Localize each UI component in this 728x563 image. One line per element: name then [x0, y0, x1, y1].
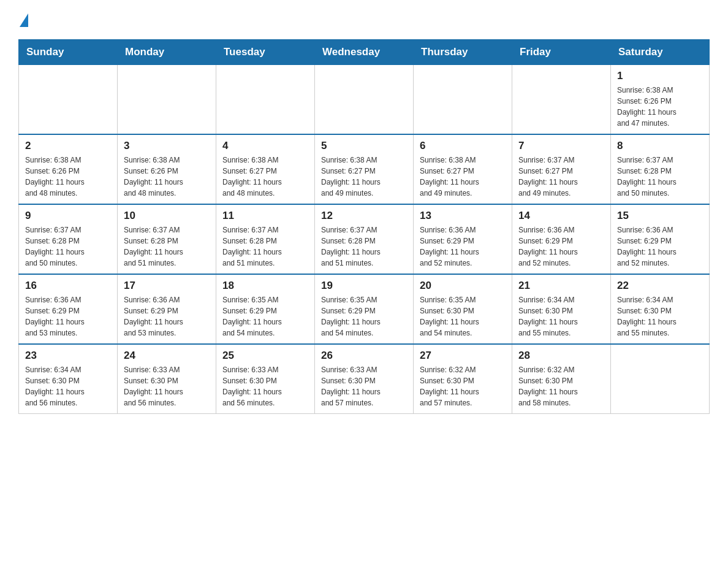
day-number: 23 — [25, 350, 111, 362]
day-info: Sunrise: 6:37 AM Sunset: 6:28 PM Dayligh… — [617, 155, 703, 199]
day-number: 9 — [25, 210, 111, 222]
calendar-cell: 13Sunrise: 6:36 AM Sunset: 6:29 PM Dayli… — [414, 204, 512, 274]
day-info: Sunrise: 6:38 AM Sunset: 6:27 PM Dayligh… — [420, 155, 506, 199]
day-number: 12 — [321, 210, 407, 222]
calendar-cell: 23Sunrise: 6:34 AM Sunset: 6:30 PM Dayli… — [19, 344, 118, 414]
day-number: 3 — [124, 140, 210, 152]
week-row-4: 16Sunrise: 6:36 AM Sunset: 6:29 PM Dayli… — [19, 274, 710, 344]
calendar-cell: 14Sunrise: 6:36 AM Sunset: 6:29 PM Dayli… — [512, 204, 611, 274]
day-info: Sunrise: 6:36 AM Sunset: 6:29 PM Dayligh… — [25, 294, 111, 339]
day-info: Sunrise: 6:33 AM Sunset: 6:30 PM Dayligh… — [124, 364, 210, 408]
day-info: Sunrise: 6:38 AM Sunset: 6:27 PM Dayligh… — [321, 155, 407, 199]
page-header — [18, 12, 710, 27]
calendar-cell — [315, 65, 414, 135]
day-number: 28 — [518, 350, 604, 362]
calendar-cell: 5Sunrise: 6:38 AM Sunset: 6:27 PM Daylig… — [315, 134, 414, 204]
day-info: Sunrise: 6:38 AM Sunset: 6:26 PM Dayligh… — [617, 85, 703, 129]
calendar-cell: 22Sunrise: 6:34 AM Sunset: 6:30 PM Dayli… — [611, 274, 710, 344]
day-number: 25 — [222, 350, 308, 362]
day-info: Sunrise: 6:33 AM Sunset: 6:30 PM Dayligh… — [321, 364, 407, 408]
calendar-cell: 7Sunrise: 6:37 AM Sunset: 6:27 PM Daylig… — [512, 134, 611, 204]
calendar-cell: 11Sunrise: 6:37 AM Sunset: 6:28 PM Dayli… — [216, 204, 315, 274]
calendar-cell: 2Sunrise: 6:38 AM Sunset: 6:26 PM Daylig… — [19, 134, 118, 204]
calendar-cell — [512, 65, 611, 135]
week-row-1: 1Sunrise: 6:38 AM Sunset: 6:26 PM Daylig… — [19, 65, 710, 135]
calendar-cell — [414, 65, 512, 135]
calendar-cell: 3Sunrise: 6:38 AM Sunset: 6:26 PM Daylig… — [118, 134, 216, 204]
day-number: 27 — [420, 350, 506, 362]
day-number: 26 — [321, 350, 407, 362]
weekday-header-wednesday: Wednesday — [315, 40, 414, 65]
day-number: 17 — [124, 280, 210, 292]
day-number: 14 — [518, 210, 604, 222]
weekday-header-friday: Friday — [512, 40, 611, 65]
weekday-header-tuesday: Tuesday — [216, 40, 315, 65]
calendar-cell: 28Sunrise: 6:32 AM Sunset: 6:30 PM Dayli… — [512, 344, 611, 414]
week-row-3: 9Sunrise: 6:37 AM Sunset: 6:28 PM Daylig… — [19, 204, 710, 274]
calendar-cell: 21Sunrise: 6:34 AM Sunset: 6:30 PM Dayli… — [512, 274, 611, 344]
day-info: Sunrise: 6:34 AM Sunset: 6:30 PM Dayligh… — [518, 294, 604, 339]
day-info: Sunrise: 6:35 AM Sunset: 6:30 PM Dayligh… — [420, 294, 506, 339]
logo-triangle-icon — [20, 13, 28, 27]
day-info: Sunrise: 6:35 AM Sunset: 6:29 PM Dayligh… — [321, 294, 407, 339]
calendar-cell: 24Sunrise: 6:33 AM Sunset: 6:30 PM Dayli… — [118, 344, 216, 414]
day-info: Sunrise: 6:37 AM Sunset: 6:27 PM Dayligh… — [518, 155, 604, 199]
day-info: Sunrise: 6:36 AM Sunset: 6:29 PM Dayligh… — [617, 224, 703, 269]
weekday-header-monday: Monday — [118, 40, 216, 65]
day-info: Sunrise: 6:37 AM Sunset: 6:28 PM Dayligh… — [222, 224, 308, 269]
day-info: Sunrise: 6:36 AM Sunset: 6:29 PM Dayligh… — [420, 224, 506, 269]
day-number: 6 — [420, 140, 506, 152]
day-number: 11 — [222, 210, 308, 222]
day-number: 5 — [321, 140, 407, 152]
calendar-cell — [611, 344, 710, 414]
day-number: 4 — [222, 140, 308, 152]
day-info: Sunrise: 6:37 AM Sunset: 6:28 PM Dayligh… — [25, 224, 111, 269]
calendar-table: SundayMondayTuesdayWednesdayThursdayFrid… — [18, 39, 710, 414]
calendar-cell: 20Sunrise: 6:35 AM Sunset: 6:30 PM Dayli… — [414, 274, 512, 344]
calendar-cell: 18Sunrise: 6:35 AM Sunset: 6:29 PM Dayli… — [216, 274, 315, 344]
calendar-cell: 25Sunrise: 6:33 AM Sunset: 6:30 PM Dayli… — [216, 344, 315, 414]
day-info: Sunrise: 6:37 AM Sunset: 6:28 PM Dayligh… — [321, 224, 407, 269]
day-info: Sunrise: 6:36 AM Sunset: 6:29 PM Dayligh… — [518, 224, 604, 269]
day-number: 19 — [321, 280, 407, 292]
calendar-cell: 4Sunrise: 6:38 AM Sunset: 6:27 PM Daylig… — [216, 134, 315, 204]
day-info: Sunrise: 6:37 AM Sunset: 6:28 PM Dayligh… — [124, 224, 210, 269]
calendar-cell — [118, 65, 216, 135]
day-info: Sunrise: 6:33 AM Sunset: 6:30 PM Dayligh… — [222, 364, 308, 408]
day-info: Sunrise: 6:38 AM Sunset: 6:26 PM Dayligh… — [25, 155, 111, 199]
calendar-cell: 16Sunrise: 6:36 AM Sunset: 6:29 PM Dayli… — [19, 274, 118, 344]
weekday-header-thursday: Thursday — [414, 40, 512, 65]
day-info: Sunrise: 6:32 AM Sunset: 6:30 PM Dayligh… — [420, 364, 506, 408]
week-row-5: 23Sunrise: 6:34 AM Sunset: 6:30 PM Dayli… — [19, 344, 710, 414]
week-row-2: 2Sunrise: 6:38 AM Sunset: 6:26 PM Daylig… — [19, 134, 710, 204]
day-number: 15 — [617, 210, 703, 222]
calendar-cell: 10Sunrise: 6:37 AM Sunset: 6:28 PM Dayli… — [118, 204, 216, 274]
calendar-cell — [216, 65, 315, 135]
day-info: Sunrise: 6:32 AM Sunset: 6:30 PM Dayligh… — [518, 364, 604, 408]
calendar-cell: 6Sunrise: 6:38 AM Sunset: 6:27 PM Daylig… — [414, 134, 512, 204]
day-number: 16 — [25, 280, 111, 292]
calendar-cell: 19Sunrise: 6:35 AM Sunset: 6:29 PM Dayli… — [315, 274, 414, 344]
day-number: 18 — [222, 280, 308, 292]
day-number: 20 — [420, 280, 506, 292]
day-number: 2 — [25, 140, 111, 152]
calendar-cell: 27Sunrise: 6:32 AM Sunset: 6:30 PM Dayli… — [414, 344, 512, 414]
day-info: Sunrise: 6:36 AM Sunset: 6:29 PM Dayligh… — [124, 294, 210, 339]
calendar-cell: 8Sunrise: 6:37 AM Sunset: 6:28 PM Daylig… — [611, 134, 710, 204]
day-number: 8 — [617, 140, 703, 152]
calendar-cell: 9Sunrise: 6:37 AM Sunset: 6:28 PM Daylig… — [19, 204, 118, 274]
day-info: Sunrise: 6:34 AM Sunset: 6:30 PM Dayligh… — [617, 294, 703, 339]
day-number: 7 — [518, 140, 604, 152]
day-number: 24 — [124, 350, 210, 362]
calendar-cell: 15Sunrise: 6:36 AM Sunset: 6:29 PM Dayli… — [611, 204, 710, 274]
calendar-cell: 26Sunrise: 6:33 AM Sunset: 6:30 PM Dayli… — [315, 344, 414, 414]
day-info: Sunrise: 6:38 AM Sunset: 6:27 PM Dayligh… — [222, 155, 308, 199]
calendar-cell — [19, 65, 118, 135]
day-number: 10 — [124, 210, 210, 222]
day-info: Sunrise: 6:34 AM Sunset: 6:30 PM Dayligh… — [25, 364, 111, 408]
day-number: 13 — [420, 210, 506, 222]
weekday-header-sunday: Sunday — [19, 40, 118, 65]
day-number: 22 — [617, 280, 703, 292]
day-number: 1 — [617, 70, 703, 82]
calendar-cell: 17Sunrise: 6:36 AM Sunset: 6:29 PM Dayli… — [118, 274, 216, 344]
